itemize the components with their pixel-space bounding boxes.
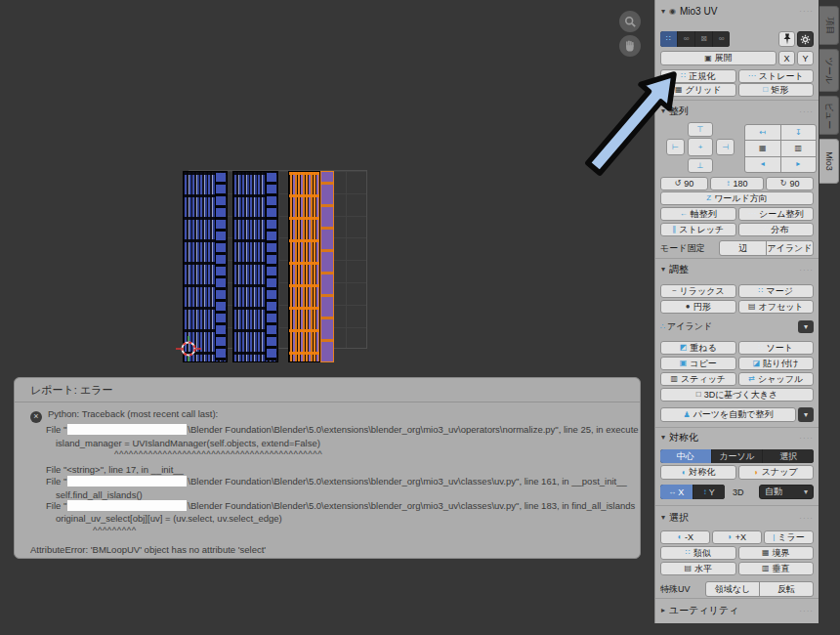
flip-left-button[interactable]: ◂ — [745, 157, 780, 172]
world-direction-button[interactable]: Zワールド方向 — [660, 191, 814, 205]
align-right-button[interactable]: ⊣ — [716, 139, 735, 155]
redacted-path — [67, 424, 187, 435]
uv-island-selected-purple[interactable] — [320, 171, 334, 362]
select-mirror-button[interactable]: |ミラー — [764, 530, 814, 544]
drag-dots-icon[interactable]: ···· — [799, 7, 814, 16]
no-region-button[interactable]: 領域なし — [706, 582, 759, 596]
circular-button[interactable]: ●円形 — [660, 300, 736, 314]
pin-button[interactable] — [778, 31, 795, 47]
auto-dropdown[interactable]: 自動▾ — [759, 485, 814, 499]
traceback-file-line: File "\Blender Foundation\Blender\5.0\ex… — [46, 424, 640, 435]
panel-header-mio3uv[interactable]: ▾ ◉ Mio3 UV ···· — [661, 6, 814, 17]
rotate-90-cw-button[interactable]: ↻90 — [766, 177, 814, 190]
stretch-button[interactable]: ∥ストレッチ — [660, 223, 736, 236]
y-axis-icon: ↕ — [703, 488, 707, 496]
size-from-3d-button[interactable]: □3Dに基づく大きさ — [660, 388, 814, 402]
align-bottom-button[interactable]: ⊥ — [688, 158, 713, 173]
select-vertical-button[interactable]: ▥垂直 — [738, 562, 815, 575]
panel-header-align[interactable]: ▾ 整列 ···· — [661, 105, 814, 118]
merge-vertical-button[interactable]: ↧ — [781, 125, 817, 140]
unwrap-y-button[interactable]: Y — [797, 51, 814, 65]
pivot-cursor-button[interactable]: カーソル — [712, 449, 763, 463]
panel-header-utility[interactable]: ▸ ユーティリティ ···· — [661, 604, 814, 617]
merge-horizontal-button[interactable]: ↤ — [745, 125, 780, 140]
auto-align-options-dropdown[interactable]: ▾ — [798, 407, 814, 422]
drag-dots-icon[interactable]: ···· — [799, 266, 814, 275]
auto-align-parts-button[interactable]: ♟パーツを自動で整列 — [660, 407, 796, 422]
island-options-dropdown[interactable]: ▾ — [798, 320, 814, 333]
uv-island-blue-1[interactable] — [183, 171, 228, 362]
align-extra-grid: ↤ ↧ ▦ ▥ ◂ ▸ — [744, 124, 817, 173]
unwrap-button[interactable]: ▣ 展開 — [660, 51, 777, 65]
chevron-down-icon[interactable]: ▾ — [661, 514, 665, 522]
panel-header-symmetrize[interactable]: ▾ 対称化 ···· — [661, 431, 814, 444]
stack-button[interactable]: ◩重ねる — [660, 341, 736, 355]
pan-gizmo-button[interactable] — [619, 35, 641, 57]
distribute-vertical-button[interactable]: ▥ — [781, 141, 817, 155]
distribute-button[interactable]: ∴分布 — [738, 223, 815, 236]
select-mode-link-button[interactable]: ∞ — [678, 31, 694, 47]
relax-button[interactable]: ~リラックス — [660, 284, 736, 298]
align-top-button[interactable]: ⊤ — [688, 122, 713, 137]
align-center-button[interactable]: + — [688, 138, 713, 156]
chevron-right-icon[interactable]: ▸ — [661, 607, 665, 614]
symmetrize-button[interactable]: ◖対称化 — [660, 465, 736, 480]
select-mode-link2-button[interactable]: ∞ — [713, 31, 730, 47]
tab-mio3[interactable]: Mio3 — [819, 139, 839, 184]
select-plus-x-button[interactable]: ◗+X — [712, 530, 762, 544]
drag-dots-icon[interactable]: ···· — [799, 107, 814, 116]
mode-island-button[interactable]: アイランド — [767, 241, 813, 255]
straighten-button[interactable]: ⋯ストレート — [738, 69, 815, 83]
unwrap-x-button[interactable]: X — [778, 51, 795, 65]
merge-button[interactable]: ∷マージ — [738, 284, 815, 298]
stitch-button[interactable]: ▥スティッチ — [660, 372, 736, 386]
select-mode-vertex-button[interactable]: ∷ — [660, 31, 677, 47]
shuffle-button[interactable]: ⇄シャッフル — [738, 372, 815, 386]
drag-dots-icon[interactable]: ···· — [799, 607, 814, 615]
select-boundary-button[interactable]: ▦境界 — [738, 546, 815, 560]
chevron-down-icon[interactable]: ▾ — [661, 8, 665, 16]
select-similar-button[interactable]: ∷類似 — [660, 546, 736, 560]
chevron-down-icon[interactable]: ▾ — [661, 266, 665, 274]
settings-button[interactable] — [797, 31, 814, 47]
rotate-180-button[interactable]: ↕180 — [710, 177, 765, 190]
flip-right-button[interactable]: ▸ — [781, 157, 817, 172]
select-horizontal-button[interactable]: ▤水平 — [660, 562, 736, 575]
uv-island-blue-2[interactable] — [232, 171, 278, 362]
rectify-button[interactable]: □矩形 — [738, 83, 815, 97]
pivot-center-button[interactable]: 中心 — [660, 449, 711, 463]
distribute-horizontal-button[interactable]: ▦ — [745, 141, 780, 155]
tab-tool[interactable]: ツール — [819, 49, 839, 92]
gear-icon — [800, 34, 811, 45]
paste-button[interactable]: ◪貼り付け — [738, 357, 815, 370]
axis-y-toggle[interactable]: ↕Y — [693, 485, 726, 499]
pivot-select-button[interactable]: 選択 — [763, 449, 814, 463]
shuffle-icon: ⇄ — [748, 375, 755, 383]
drag-dots-icon[interactable]: ···· — [799, 514, 814, 523]
sort-button[interactable]: ∷ソート — [738, 341, 815, 355]
select-mode-box-button[interactable]: ⊠ — [695, 31, 712, 47]
offset-button[interactable]: ▤オフセット — [738, 300, 815, 314]
tab-item[interactable]: 項目 — [819, 6, 839, 45]
axis-align-button[interactable]: ←軸整列 — [660, 207, 736, 221]
snap-button[interactable]: ◗スナップ — [738, 465, 815, 480]
panel-header-select[interactable]: ▾ 選択 ···· — [661, 511, 814, 525]
zoom-gizmo-button[interactable] — [619, 11, 641, 32]
tab-view[interactable]: ビュー — [819, 96, 839, 135]
select-minus-x-button[interactable]: ◖-X — [660, 530, 710, 544]
gridify-button[interactable]: ▦グリッド — [660, 83, 736, 97]
copy-button[interactable]: ▣コピー — [660, 357, 736, 370]
panel-header-adjust[interactable]: ▾ 調整 ···· — [661, 263, 814, 276]
mode-edge-button[interactable]: 辺 — [720, 241, 766, 255]
drag-dots-icon[interactable]: ···· — [799, 434, 814, 443]
invert-button[interactable]: 反転 — [760, 582, 813, 596]
chevron-down-icon[interactable]: ▾ — [661, 107, 665, 115]
seam-align-button[interactable]: ⋯シーム整列 — [738, 207, 815, 221]
rotate-90-ccw-button[interactable]: ↺90 — [660, 177, 708, 190]
uv-island-selected-orange[interactable] — [288, 171, 320, 362]
chevron-down-icon[interactable]: ▾ — [661, 434, 665, 442]
axis-x-toggle[interactable]: ↔X — [660, 485, 693, 499]
normalize-button[interactable]: ∷正規化 — [660, 69, 736, 83]
align-left-button[interactable]: ⊢ — [666, 139, 685, 155]
uv-select-mode-group: ∷ ∞ ⊠ ∞ — [660, 31, 730, 47]
